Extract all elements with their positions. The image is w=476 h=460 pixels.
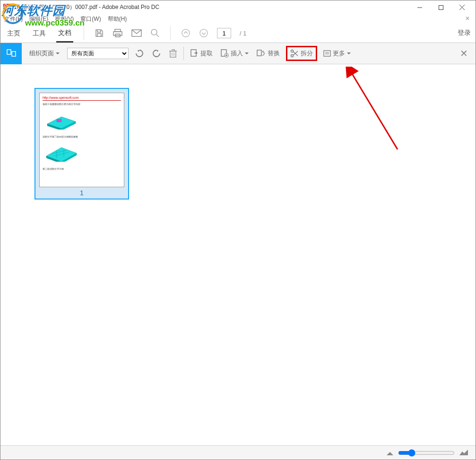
zoom-slider[interactable] [398,449,455,457]
menu-file[interactable]: 文件(F) [4,15,23,23]
svg-line-24 [293,52,298,56]
main-tabrow: 主页 工具 文档 / 1 登录 [0,24,476,43]
svg-rect-14 [12,52,16,56]
tab-document[interactable]: 文档 [56,24,73,43]
split-button[interactable]: 拆分 [286,46,317,61]
page-total: / 1 [240,30,246,37]
close-toolbar-button[interactable]: ✕ [456,48,472,59]
menubar: 文件(F) 编辑(E) 视图(V) 窗口(W) 帮助(H) ✕ [0,14,476,24]
mail-icon[interactable] [131,29,142,37]
svg-point-12 [200,29,208,37]
svg-rect-15 [170,51,176,57]
svg-line-25 [293,51,298,55]
insert-label: 插入 [231,49,243,58]
page-range-select[interactable]: 所有页面 [67,48,129,59]
split-label: 拆分 [301,49,313,58]
svg-rect-29 [57,119,61,122]
svg-rect-5 [115,29,121,32]
search-icon[interactable] [150,28,160,38]
svg-point-11 [182,29,190,37]
page-thumbnail[interactable]: http://www.opensoft.com 基础工程建模说明文档示例文字内容… [35,88,129,200]
app-icon [3,4,11,11]
chevron-down-icon [245,52,249,55]
thumbnail-area: http://www.opensoft.com 基础工程建模说明文档示例文字内容… [0,64,476,445]
svg-rect-13 [7,50,11,54]
minimize-button[interactable] [409,0,430,14]
titlebar: 15.基础工程（V25.1.0）0007.pdf - Adobe Acrobat… [0,0,476,14]
page-up-icon[interactable] [181,28,190,38]
svg-point-9 [151,29,157,35]
svg-rect-6 [113,32,122,35]
svg-rect-21 [257,50,261,56]
menu-edit[interactable]: 编辑(E) [29,15,48,23]
close-doc-button[interactable]: ✕ [465,15,470,22]
organize-toolbar: 组织页面 所有页面 提取 插入 替换 拆分 更多 ✕ [0,43,476,64]
zoom-in-icon[interactable] [459,449,468,457]
chevron-down-icon [347,52,351,55]
print-icon[interactable] [113,28,123,38]
svg-rect-2 [439,5,443,9]
replace-button[interactable]: 替换 [255,47,281,60]
chevron-down-icon [56,52,60,55]
window-title: 15.基础工程（V25.1.0）0007.pdf - Adobe Acrobat… [14,3,409,11]
save-icon[interactable] [95,28,104,38]
menu-view[interactable]: 视图(V) [55,15,74,23]
organize-label: 组织页面 [29,49,54,58]
more-button[interactable]: 更多 [322,47,352,60]
menu-window[interactable]: 窗口(W) [80,15,101,23]
close-button[interactable] [451,0,473,14]
rotate-right-button[interactable] [150,47,163,60]
thumbnail-number: 1 [39,187,124,197]
page-preview: http://www.opensoft.com 基础工程建模说明文档示例文字内容… [39,93,124,187]
more-label: 更多 [333,49,345,58]
svg-point-23 [291,55,294,57]
rotate-left-button[interactable] [133,47,146,60]
page-down-icon[interactable] [199,28,208,38]
scissors-icon [290,49,299,58]
zoom-out-icon[interactable] [387,449,393,457]
login-link[interactable]: 登录 [458,29,471,37]
extract-label: 提取 [200,49,213,58]
organize-dropdown[interactable]: 组织页面 [26,47,62,60]
tab-home[interactable]: 主页 [5,25,22,42]
svg-rect-26 [324,51,330,56]
maximize-button[interactable] [430,0,451,14]
tab-tools[interactable]: 工具 [31,25,48,42]
replace-label: 替换 [268,49,280,58]
page-number-input[interactable] [217,28,231,38]
extract-button[interactable]: 提取 [189,47,214,60]
svg-line-10 [156,35,159,37]
organize-pages-icon[interactable] [0,43,22,64]
svg-point-22 [291,50,294,52]
zoom-bar [0,445,476,460]
delete-button[interactable] [167,47,179,60]
svg-rect-0 [3,4,11,11]
menu-help[interactable]: 帮助(H) [108,15,127,23]
insert-button[interactable]: 插入 [219,47,250,60]
